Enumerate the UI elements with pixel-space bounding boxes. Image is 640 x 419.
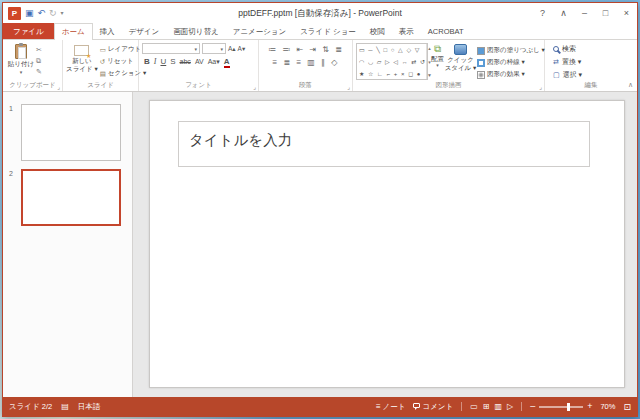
- slide-1-preview[interactable]: [21, 104, 121, 161]
- drawing-dialog-launcher-icon[interactable]: ⌟: [539, 84, 542, 90]
- find-button[interactable]: 検索: [553, 44, 635, 54]
- tab-review[interactable]: 校閲: [363, 23, 392, 39]
- status-bar: スライド 2/2 ▤ 日本語 ≡ ノート コメント ▭ ⊞ ▥ ▷: [3, 397, 637, 416]
- tab-animations[interactable]: アニメーション: [226, 23, 294, 39]
- normal-view-icon[interactable]: ▭: [470, 402, 478, 411]
- font-color-button[interactable]: A: [224, 57, 230, 68]
- language-indicator[interactable]: 日本語: [78, 402, 101, 412]
- font-size-dropdown-arrow: ▾: [220, 46, 223, 52]
- replace-icon: ⇄: [553, 58, 559, 66]
- search-icon: [553, 46, 559, 52]
- clipboard-group: 貼り付け ▾ ✂ ⧉ ✎ クリップボード ⌟: [3, 40, 63, 91]
- new-slide-button[interactable]: 新しい スライド ▾: [66, 43, 98, 80]
- notes-label: ノート: [383, 402, 406, 412]
- font-group-label: フォント: [139, 81, 258, 90]
- shape-fill-button[interactable]: 図形の塗りつぶし ▾: [477, 46, 545, 55]
- view-switcher: ▭ ⊞ ▥ ▷: [461, 402, 522, 411]
- zoom-out-button[interactable]: –: [530, 402, 535, 411]
- notes-icon: ≡: [376, 402, 381, 411]
- language-proofing-icon[interactable]: ▤: [61, 402, 69, 411]
- slide-1-number: 1: [9, 104, 17, 161]
- editing-group: 検索 ⇄ 置換 ▾ ▢ 選択 ▾ 編集: [545, 40, 637, 91]
- cut-icon[interactable]: ✂: [36, 46, 42, 54]
- fit-slide-to-window-icon[interactable]: ⊡: [623, 402, 631, 412]
- slide-thumbnail-1[interactable]: 1: [3, 104, 132, 169]
- slide-canvas[interactable]: タイトルを入力: [149, 100, 625, 388]
- slide-indicator: スライド 2/2: [9, 402, 52, 412]
- title-placeholder[interactable]: タイトルを入力: [178, 121, 590, 167]
- paragraph-buttons-row-2[interactable]: ≡ ≣ ≡ ▥ ∥ ◇: [262, 58, 350, 67]
- italic-button[interactable]: I: [154, 57, 157, 66]
- redo-icon[interactable]: ↻: [49, 7, 57, 20]
- slide-2-number: 2: [9, 169, 17, 226]
- undo-icon[interactable]: ↶: [38, 7, 46, 20]
- slideshow-view-icon[interactable]: ▷: [507, 402, 513, 411]
- bold-button[interactable]: B: [144, 57, 150, 66]
- tab-design[interactable]: デザイン: [122, 23, 167, 39]
- text-shadow-button[interactable]: S: [170, 57, 175, 66]
- ribbon-display-options-button[interactable]: ∧: [553, 4, 574, 23]
- paragraph-buttons-row-1[interactable]: ≔ ≕ ⇤ ⇥ ⇅ ≣: [262, 45, 350, 54]
- shapes-gallery: ▭ ─ ╲ □ ○ △ ◇ ▽ ◠ ◡ ▱ ▷ ◁ ↔ ⇄ ↺ ★ ☆ ∟ ⌐ …: [356, 43, 428, 80]
- notes-toggle-button[interactable]: ≡ ノート: [376, 402, 406, 412]
- reading-view-icon[interactable]: ▥: [494, 402, 502, 411]
- zoom-level[interactable]: 70%: [600, 402, 615, 411]
- quick-styles-button[interactable]: クイック スタイル ▾: [447, 43, 474, 80]
- zoom-slider-thumb[interactable]: [567, 403, 570, 411]
- arrange-icon: ⧉: [434, 43, 441, 54]
- paste-button[interactable]: 貼り付け ▾: [6, 43, 36, 80]
- grow-font-button[interactable]: A▴: [228, 45, 236, 53]
- status-bar-right: ≡ ノート コメント ▭ ⊞ ▥ ▷ – + 70%: [376, 402, 631, 412]
- ribbon-collapse-icon[interactable]: ∧: [628, 81, 633, 89]
- shapes-row-3[interactable]: ★ ☆ ∟ ⌐ + × ◻ ●: [359, 70, 426, 77]
- slide-thumbnail-2[interactable]: 2: [3, 169, 132, 234]
- font-name-combobox[interactable]: ▾: [142, 43, 200, 54]
- tab-slideshow[interactable]: スライド ショー: [293, 23, 363, 39]
- zoom-controls: – +: [530, 402, 592, 411]
- minimize-button[interactable]: –: [574, 4, 595, 23]
- shrink-font-button[interactable]: A▾: [238, 45, 246, 53]
- change-case-button[interactable]: Aa▾: [208, 58, 220, 66]
- zoom-in-button[interactable]: +: [587, 402, 592, 411]
- font-dialog-launcher-icon[interactable]: ⌟: [253, 84, 256, 90]
- character-spacing-button[interactable]: AV: [195, 58, 204, 65]
- shape-effects-button[interactable]: 図形の効果 ▾: [477, 70, 545, 79]
- paragraph-dialog-launcher-icon[interactable]: ⌟: [347, 84, 350, 90]
- save-icon[interactable]: ▣: [25, 7, 34, 20]
- powerpoint-app-icon[interactable]: P: [8, 7, 21, 20]
- select-label: 選択 ▾: [563, 70, 582, 80]
- slide-editing-canvas: タイトルを入力: [133, 92, 637, 397]
- reset-icon: ↺: [100, 58, 105, 66]
- slide-sorter-view-icon[interactable]: ⊞: [483, 402, 490, 411]
- tab-transitions[interactable]: 画面切り替え: [166, 23, 225, 39]
- shapes-row-2[interactable]: ◠ ◡ ▱ ▷ ◁ ↔ ⇄ ↺: [359, 58, 426, 65]
- copy-icon[interactable]: ⧉: [36, 57, 42, 65]
- strikethrough-button[interactable]: abc: [180, 58, 191, 65]
- help-button[interactable]: ?: [532, 4, 553, 23]
- underline-button[interactable]: U: [160, 57, 166, 66]
- maximize-button[interactable]: □: [595, 4, 616, 23]
- tab-view[interactable]: 表示: [392, 23, 421, 39]
- comments-toggle-button[interactable]: コメント: [413, 402, 453, 412]
- shape-fill-icon: [477, 47, 485, 55]
- slide-2-preview[interactable]: [21, 169, 121, 226]
- shapes-row-1[interactable]: ▭ ─ ╲ □ ○ △ ◇ ▽: [359, 46, 426, 53]
- tab-file[interactable]: ファイル: [3, 23, 54, 39]
- layout-icon: ▭: [100, 46, 106, 54]
- qat-customize-icon[interactable]: ▾: [61, 7, 64, 20]
- font-size-combobox[interactable]: ▾: [202, 43, 226, 54]
- tab-home[interactable]: ホーム: [54, 23, 93, 40]
- close-button[interactable]: ×: [616, 4, 637, 23]
- tab-insert[interactable]: 挿入: [93, 23, 122, 39]
- shape-format-buttons: 図形の塗りつぶし ▾ 図形の枠線 ▾ 図形の効果 ▾: [477, 43, 545, 80]
- format-painter-icon[interactable]: ✎: [36, 68, 42, 76]
- slide-thumbnail-panel: 1 2: [3, 92, 133, 397]
- tab-acrobat[interactable]: ACROBAT: [421, 23, 471, 39]
- quick-styles-label-2: スタイル ▾: [445, 64, 477, 71]
- zoom-slider[interactable]: [539, 406, 583, 408]
- replace-button[interactable]: ⇄ 置換 ▾: [553, 57, 635, 67]
- clipboard-dialog-launcher-icon[interactable]: ⌟: [57, 84, 60, 90]
- shape-outline-button[interactable]: 図形の枠線 ▾: [477, 58, 545, 67]
- select-button[interactable]: ▢ 選択 ▾: [553, 70, 635, 80]
- arrange-button[interactable]: ⧉ 配置 ▾: [431, 43, 444, 80]
